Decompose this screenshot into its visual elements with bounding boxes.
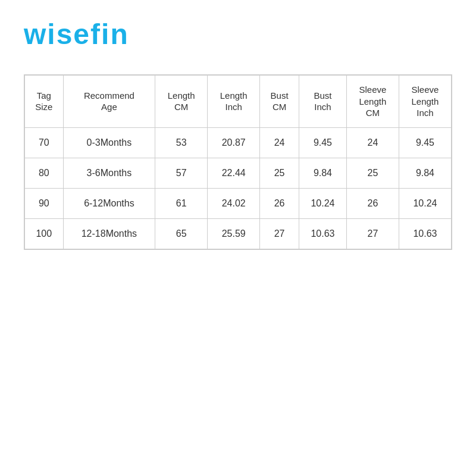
cell-length-cm: 65 (155, 218, 208, 249)
cell-sleeve-length-inch: 9.84 (399, 158, 451, 188)
cell-sleeve-length-cm: 24 (346, 127, 399, 158)
cell-length-inch: 24.02 (208, 188, 260, 218)
cell-tag-size: 70 (25, 127, 64, 158)
header-tag-size: TagSize (25, 76, 64, 128)
cell-length-inch: 25.59 (208, 218, 260, 249)
size-chart-table: TagSize RecommendAge LengthCM LengthInch… (24, 74, 452, 250)
header-bust-cm: BustCM (260, 76, 299, 128)
header-sleeve-length-cm: SleeveLengthCM (346, 76, 399, 128)
cell-length-cm: 57 (155, 158, 208, 188)
cell-bust-cm: 25 (260, 158, 299, 188)
cell-bust-cm: 27 (260, 218, 299, 249)
cell-bust-cm: 26 (260, 188, 299, 218)
header-length-cm: LengthCM (155, 76, 208, 128)
cell-bust-inch: 10.63 (299, 218, 347, 249)
cell-sleeve-length-cm: 26 (346, 188, 399, 218)
cell-bust-inch: 9.84 (299, 158, 347, 188)
cell-sleeve-length-inch: 10.63 (399, 218, 451, 249)
header-recommend-age: RecommendAge (63, 76, 155, 128)
table-row: 803-6Months5722.44259.84259.84 (25, 158, 452, 188)
table-row: 906-12Months6124.022610.242610.24 (25, 188, 452, 218)
cell-tag-size: 80 (25, 158, 64, 188)
cell-recommend-age: 0-3Months (63, 127, 155, 158)
table-row: 10012-18Months6525.592710.632710.63 (25, 218, 452, 249)
cell-length-cm: 53 (155, 127, 208, 158)
cell-length-cm: 61 (155, 188, 208, 218)
table-header-row: TagSize RecommendAge LengthCM LengthInch… (25, 76, 452, 128)
cell-recommend-age: 3-6Months (63, 158, 155, 188)
cell-bust-inch: 10.24 (299, 188, 347, 218)
cell-bust-cm: 24 (260, 127, 299, 158)
cell-sleeve-length-inch: 10.24 (399, 188, 451, 218)
header-sleeve-length-inch: SleeveLengthInch (399, 76, 451, 128)
cell-recommend-age: 6-12Months (63, 188, 155, 218)
table-row: 700-3Months5320.87249.45249.45 (25, 127, 452, 158)
header-bust-inch: BustInch (299, 76, 347, 128)
cell-length-inch: 22.44 (208, 158, 260, 188)
cell-recommend-age: 12-18Months (63, 218, 155, 249)
cell-bust-inch: 9.45 (299, 127, 347, 158)
cell-sleeve-length-inch: 9.45 (399, 127, 451, 158)
size-table: TagSize RecommendAge LengthCM LengthInch… (24, 75, 452, 249)
cell-tag-size: 90 (25, 188, 64, 218)
brand-logo: wisefin (24, 18, 129, 50)
cell-sleeve-length-cm: 25 (346, 158, 399, 188)
cell-sleeve-length-cm: 27 (346, 218, 399, 249)
cell-length-inch: 20.87 (208, 127, 260, 158)
cell-tag-size: 100 (25, 218, 64, 249)
header-length-inch: LengthInch (208, 76, 260, 128)
page-container: wisefin TagSize RecommendAge LengthCM Le… (0, 0, 476, 476)
logo-container: wisefin (18, 12, 458, 68)
